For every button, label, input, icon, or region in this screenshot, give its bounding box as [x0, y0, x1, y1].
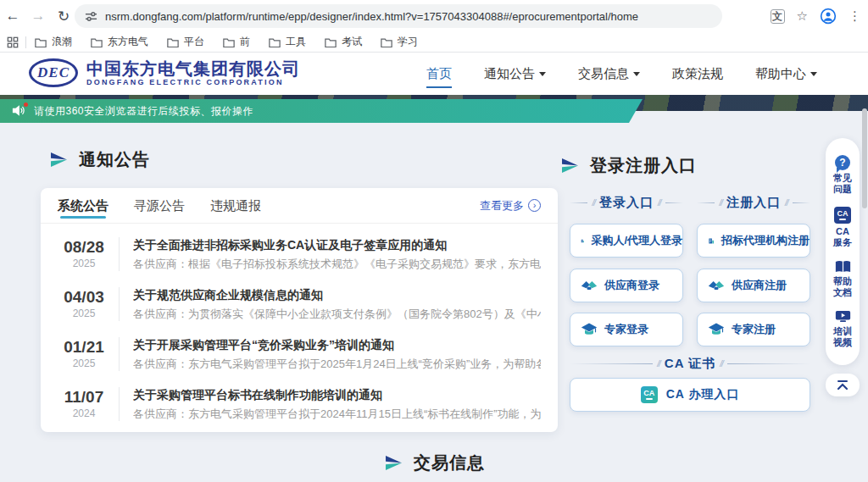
- nav-policies[interactable]: 政策法规: [672, 53, 723, 95]
- bookmark-folder[interactable]: 东方电气: [91, 35, 148, 49]
- company-name-cn: 中国东方电气集团有限公司: [86, 59, 300, 78]
- ca-apply-button[interactable]: CA CA 办理入口: [570, 378, 810, 412]
- notice-row[interactable]: 11/072024 关于采购管理平台标书在线制作功能培训的通知各供应商：东方电气…: [58, 379, 541, 429]
- divider: [119, 387, 120, 421]
- notice-date: 04/032025: [58, 288, 110, 320]
- notices-card: 系统公告 寻源公告 违规通报 查看更多 › 08/282025 关于全面推进非招…: [41, 188, 558, 432]
- translate-icon[interactable]: 文: [771, 9, 785, 24]
- divider: [119, 287, 120, 321]
- chevron-down-icon: [810, 72, 817, 76]
- section-arrow-icon: [51, 152, 68, 167]
- tab-system-notices[interactable]: 系统公告: [58, 188, 108, 224]
- question-icon: ?: [835, 155, 850, 170]
- notice-desc: 各供应商：东方电气采购管理平台拟于2024年11月15日上线“标书在线制作”功能…: [133, 406, 541, 422]
- profile-avatar-icon[interactable]: [820, 8, 837, 25]
- notice-date: 01/212025: [58, 338, 110, 370]
- tab-sourcing-notices[interactable]: 寻源公告: [134, 188, 185, 224]
- back-to-top-button[interactable]: [826, 374, 860, 396]
- bookmarks-bar: 浪潮 东方电气 平台 前 工具 考试 学习: [0, 32, 868, 53]
- browser-menu-icon[interactable]: ⋮: [849, 8, 861, 24]
- section-arrow-icon: [562, 158, 579, 173]
- address-bar[interactable]: nsrm.dongfang.com/platform/runtime/epp/d…: [75, 4, 722, 28]
- divider: [25, 36, 26, 48]
- training-video-icon: [835, 310, 851, 324]
- faq-shortcut[interactable]: ? 常见问题: [832, 155, 854, 195]
- apps-grid-icon[interactable]: [7, 36, 19, 48]
- company-name-en: DONGFANG ELECTRIC CORPORATION: [86, 78, 300, 87]
- supplier-register-button[interactable]: 供应商注册: [697, 269, 810, 302]
- speaker-icon: [12, 104, 27, 118]
- forward-icon[interactable]: →: [25, 8, 51, 25]
- graduation-cap-icon: [708, 322, 725, 337]
- bookmark-star-icon[interactable]: ☆: [797, 8, 808, 24]
- nav-home[interactable]: 首页: [426, 53, 452, 95]
- notice-date: 11/072024: [58, 388, 110, 420]
- nav-trade-info[interactable]: 交易信息: [578, 53, 640, 95]
- supplier-login-button[interactable]: 供应商登录: [570, 269, 683, 302]
- page: ← → ↻ nsrm.dongfang.com/platform/runtime…: [0, 0, 868, 482]
- site-header: DEC 中国东方电气集团有限公司 DONGFANG ELECTRIC CORPO…: [0, 53, 868, 95]
- notice-row[interactable]: 01/212025 关于开展采购管理平台“竞价采购业务”培训的通知各供应商：东方…: [58, 329, 541, 379]
- scrollbar[interactable]: [862, 108, 867, 208]
- dec-logo-oval: DEC: [29, 58, 78, 87]
- tab-violation-reports[interactable]: 违规通报: [210, 188, 261, 224]
- notices-section-header: 通知公告: [51, 148, 150, 171]
- divider: [119, 237, 120, 271]
- notice-title[interactable]: 关于采购管理平台标书在线制作功能培训的通知: [133, 386, 541, 403]
- purchaser-login-button[interactable]: 采购人/代理人登录: [570, 224, 683, 258]
- company-logo[interactable]: DEC 中国东方电气集团有限公司 DONGFANG ELECTRIC CORPO…: [29, 58, 300, 87]
- notice-row[interactable]: 08/282025 关于全面推进非招标采购业务CA认证及电子签章应用的通知各供应…: [58, 229, 541, 279]
- back-icon[interactable]: ←: [0, 8, 25, 25]
- trade-section-header: 交易信息: [386, 452, 485, 474]
- reload-icon[interactable]: ↻: [51, 8, 76, 25]
- ca-icon: CA: [641, 386, 658, 403]
- expert-login-button[interactable]: 专家登录: [570, 313, 683, 346]
- notice-title[interactable]: 关于开展采购管理平台“竞价采购业务”培训的通知: [133, 336, 541, 353]
- section-arrow-icon: [386, 456, 403, 470]
- bookmark-folder[interactable]: 学习: [381, 35, 418, 49]
- back-to-top-icon: [836, 380, 849, 391]
- agency-register-button[interactable]: 招标代理机构注册: [697, 224, 810, 258]
- section-title: 登录注册入口: [590, 154, 697, 177]
- ca-cert-header: // CA 证书 //: [570, 356, 810, 372]
- notice-row[interactable]: 04/032025 关于规范供应商企业规模信息的通知各供应商：为贯彻落实《保障中…: [58, 279, 541, 329]
- nav-notices[interactable]: 通知公告: [484, 53, 546, 95]
- graduation-cap-icon: [581, 322, 598, 337]
- ca-service-shortcut[interactable]: CA CA服务: [832, 207, 854, 248]
- login-entry-header: // 登录入口 //: [570, 195, 683, 211]
- bookmark-folder[interactable]: 工具: [269, 35, 306, 49]
- main-nav: 首页 通知公告 交易信息 政策法规 帮助中心: [426, 53, 817, 95]
- login-section-header: 登录注册入口: [562, 154, 697, 177]
- training-video-shortcut[interactable]: 培训视频: [832, 310, 854, 348]
- notice-title[interactable]: 关于全面推进非招标采购业务CA认证及电子签章应用的通知: [133, 236, 541, 253]
- notices-tabs: 系统公告 寻源公告 违规通报 查看更多 ›: [41, 188, 558, 224]
- chevron-right-circle-icon: ›: [528, 199, 541, 212]
- url-text: nsrm.dongfang.com/platform/runtime/epp/d…: [105, 10, 638, 23]
- notification-dot: [24, 102, 28, 107]
- bookmark-folder[interactable]: 浪潮: [35, 35, 72, 49]
- chevron-down-icon: [539, 72, 546, 76]
- notice-date: 08/282025: [58, 238, 110, 270]
- bookmark-folder[interactable]: 考试: [325, 35, 362, 49]
- site-settings-icon[interactable]: [85, 10, 97, 23]
- building-icon: [581, 233, 584, 249]
- help-doc-icon: [835, 260, 851, 274]
- notice-ticker: 请使用360安全浏览器进行后续投标、报价操作: [0, 99, 643, 123]
- handshake-icon: [708, 278, 725, 293]
- divider: [119, 337, 120, 371]
- floating-help-rail: ? 常见问题 CA CA服务 帮助文档 培训视频: [826, 138, 860, 365]
- handshake-icon: [581, 278, 598, 293]
- notice-title[interactable]: 关于规范供应商企业规模信息的通知: [133, 286, 541, 303]
- ticker-text: 请使用360安全浏览器进行后续投标、报价操作: [34, 104, 253, 119]
- section-title: 交易信息: [414, 452, 485, 474]
- notice-desc: 各供应商：根据《电子招标投标系统技术规范》《电子采购交易规范》要求，东方电气采购…: [133, 256, 541, 272]
- building-icon: [708, 233, 715, 249]
- notice-desc: 各供应商：东方电气采购管理平台拟于2025年1月24日上线“竞价采购”业务，为帮…: [133, 356, 541, 372]
- view-more-link[interactable]: 查看更多 ›: [480, 198, 541, 213]
- notice-desc: 各供应商：为贯彻落实《保障中小企业款项支付条例》（国务院令第802号）及《中小企…: [133, 306, 541, 322]
- bookmark-folder[interactable]: 前: [223, 35, 250, 49]
- expert-register-button[interactable]: 专家注册: [697, 313, 810, 346]
- bookmark-folder[interactable]: 平台: [167, 35, 204, 49]
- help-doc-shortcut[interactable]: 帮助文档: [832, 260, 854, 298]
- nav-help-center[interactable]: 帮助中心: [755, 53, 817, 95]
